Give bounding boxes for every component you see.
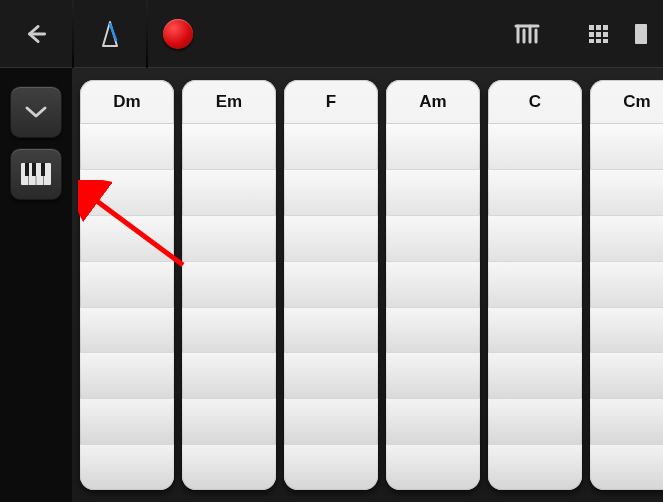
chord-row[interactable] bbox=[488, 124, 582, 170]
chord-row[interactable] bbox=[182, 124, 276, 170]
chord-label: Dm bbox=[80, 80, 174, 124]
chord-row[interactable] bbox=[182, 399, 276, 445]
svg-rect-9 bbox=[603, 25, 608, 30]
chord-row[interactable] bbox=[488, 445, 582, 490]
svg-rect-11 bbox=[596, 32, 601, 37]
svg-line-1 bbox=[110, 24, 116, 40]
chord-row[interactable] bbox=[386, 124, 480, 170]
metronome-icon bbox=[98, 20, 122, 48]
chord-row[interactable] bbox=[284, 262, 378, 308]
chord-column[interactable]: Cm bbox=[590, 80, 663, 490]
chord-rows bbox=[80, 124, 174, 490]
chord-row[interactable] bbox=[386, 308, 480, 354]
chord-row[interactable] bbox=[80, 170, 174, 216]
chord-row[interactable] bbox=[80, 353, 174, 399]
chord-rows bbox=[488, 124, 582, 490]
chord-row[interactable] bbox=[488, 170, 582, 216]
svg-rect-12 bbox=[603, 32, 608, 37]
svg-rect-10 bbox=[589, 32, 594, 37]
back-arrow-icon bbox=[23, 21, 49, 47]
grid-icon bbox=[587, 22, 611, 46]
chord-row[interactable] bbox=[590, 308, 663, 354]
chord-row[interactable] bbox=[284, 124, 378, 170]
chord-row[interactable] bbox=[590, 216, 663, 262]
chord-row[interactable] bbox=[182, 353, 276, 399]
chord-row[interactable] bbox=[284, 216, 378, 262]
chord-row[interactable] bbox=[488, 262, 582, 308]
arpeggiator-button[interactable] bbox=[491, 0, 563, 68]
metronome-button[interactable] bbox=[74, 0, 146, 68]
chord-row[interactable] bbox=[590, 445, 663, 490]
record-button[interactable] bbox=[148, 0, 208, 68]
chord-row[interactable] bbox=[386, 262, 480, 308]
grid-view-button[interactable] bbox=[563, 0, 635, 68]
chord-label: C bbox=[488, 80, 582, 124]
chord-row[interactable] bbox=[488, 216, 582, 262]
collapse-button[interactable] bbox=[10, 86, 62, 138]
chord-row[interactable] bbox=[386, 353, 480, 399]
chord-row[interactable] bbox=[284, 353, 378, 399]
chord-row[interactable] bbox=[80, 445, 174, 490]
chord-row[interactable] bbox=[590, 170, 663, 216]
chord-rows bbox=[284, 124, 378, 490]
svg-rect-18 bbox=[25, 163, 29, 176]
more-button[interactable] bbox=[635, 0, 663, 68]
more-icon bbox=[635, 22, 651, 46]
left-sidebar bbox=[0, 68, 72, 502]
chord-rows bbox=[182, 124, 276, 490]
chord-row[interactable] bbox=[386, 170, 480, 216]
arpeggiator-icon bbox=[514, 22, 540, 46]
chord-row[interactable] bbox=[284, 399, 378, 445]
chord-row[interactable] bbox=[80, 262, 174, 308]
chord-strip-area: DmEmFAmCCm bbox=[72, 68, 663, 502]
svg-rect-14 bbox=[596, 39, 601, 43]
chord-row[interactable] bbox=[284, 170, 378, 216]
chord-row[interactable] bbox=[80, 399, 174, 445]
svg-rect-20 bbox=[41, 163, 45, 176]
svg-rect-13 bbox=[589, 39, 594, 43]
svg-rect-16 bbox=[635, 24, 647, 44]
chord-row[interactable] bbox=[284, 308, 378, 354]
chord-column[interactable]: Dm bbox=[80, 80, 174, 490]
chevron-down-icon bbox=[23, 104, 49, 120]
chord-rows bbox=[386, 124, 480, 490]
keyboard-mode-button[interactable] bbox=[10, 148, 62, 200]
chord-row[interactable] bbox=[488, 399, 582, 445]
chord-row[interactable] bbox=[284, 445, 378, 490]
chord-label: Em bbox=[182, 80, 276, 124]
chord-row[interactable] bbox=[182, 216, 276, 262]
chord-row[interactable] bbox=[182, 262, 276, 308]
chord-rows bbox=[590, 124, 663, 490]
svg-rect-15 bbox=[603, 39, 608, 43]
chord-row[interactable] bbox=[386, 445, 480, 490]
main-area: DmEmFAmCCm bbox=[0, 68, 663, 502]
chord-row[interactable] bbox=[182, 170, 276, 216]
chord-row[interactable] bbox=[590, 124, 663, 170]
chord-row[interactable] bbox=[182, 445, 276, 490]
chord-row[interactable] bbox=[386, 216, 480, 262]
svg-rect-19 bbox=[32, 163, 36, 176]
chord-row[interactable] bbox=[80, 216, 174, 262]
svg-rect-7 bbox=[589, 25, 594, 30]
chord-row[interactable] bbox=[386, 399, 480, 445]
chord-row[interactable] bbox=[182, 308, 276, 354]
chord-label: Cm bbox=[590, 80, 663, 124]
chord-row[interactable] bbox=[488, 308, 582, 354]
chord-column[interactable]: Am bbox=[386, 80, 480, 490]
piano-keys-icon bbox=[21, 163, 51, 185]
chord-column[interactable]: F bbox=[284, 80, 378, 490]
chord-row[interactable] bbox=[80, 124, 174, 170]
chord-row[interactable] bbox=[590, 262, 663, 308]
back-button[interactable] bbox=[0, 0, 72, 68]
chord-row[interactable] bbox=[590, 353, 663, 399]
chord-label: F bbox=[284, 80, 378, 124]
chord-row[interactable] bbox=[590, 399, 663, 445]
svg-rect-8 bbox=[596, 25, 601, 30]
chord-row[interactable] bbox=[488, 353, 582, 399]
top-toolbar bbox=[0, 0, 663, 68]
chord-column[interactable]: C bbox=[488, 80, 582, 490]
chord-label: Am bbox=[386, 80, 480, 124]
record-icon bbox=[163, 19, 193, 49]
chord-row[interactable] bbox=[80, 308, 174, 354]
chord-column[interactable]: Em bbox=[182, 80, 276, 490]
